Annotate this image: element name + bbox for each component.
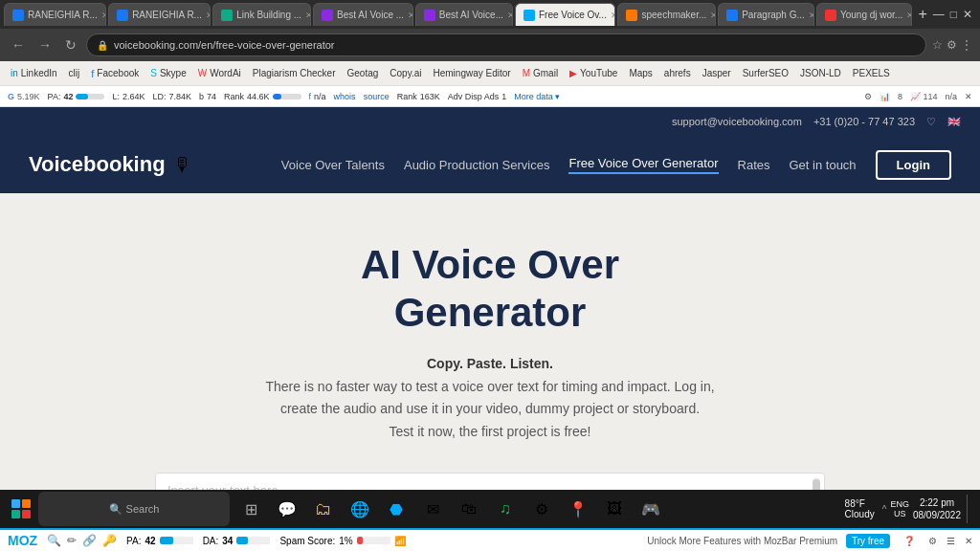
seo-b: b 74 <box>199 92 216 101</box>
nav-get-in-touch[interactable]: Get in touch <box>790 158 857 172</box>
moz-icon-1[interactable]: 🔍 <box>47 534 61 547</box>
menu-icon[interactable]: ⋮ <box>961 38 972 52</box>
bookmark-jsonld[interactable]: JSON-LD <box>795 66 846 80</box>
tab-close-2[interactable]: ✕ <box>206 11 211 20</box>
nav-voice-over-talents[interactable]: Voice Over Talents <box>281 158 385 172</box>
nav-free-generator[interactable]: Free Voice Over Generator <box>568 156 718 174</box>
moz-close-icon[interactable]: ✕ <box>965 536 972 546</box>
extensions-icon[interactable]: ⚙ <box>947 38 957 52</box>
moz-icon-4[interactable]: 🔑 <box>102 534 117 547</box>
bookmark-linkedin[interactable]: in LinkedIn <box>6 66 62 80</box>
back-button[interactable]: ← <box>8 35 29 55</box>
moz-icon-3[interactable]: 🔗 <box>82 534 97 547</box>
seo-bar-close[interactable]: ✕ <box>965 92 972 101</box>
tab-close-5[interactable]: ✕ <box>507 11 513 20</box>
bookmark-copyai[interactable]: Copy.ai <box>385 66 426 80</box>
taskbar-photos[interactable]: 🖼 <box>597 492 632 526</box>
seo-source[interactable]: source <box>364 92 390 101</box>
moz-settings-icon[interactable]: ⚙ <box>928 536 937 546</box>
bookmark-ahrefs[interactable]: ahrefs <box>659 66 696 80</box>
moz-da-value: 34 <box>222 536 233 546</box>
heart-icon: ♡ <box>926 116 936 128</box>
taskbar-chat-icon[interactable]: 💬 <box>270 492 304 526</box>
taskbar-spotify[interactable]: ♫ <box>488 492 523 526</box>
tab-9[interactable]: Young dj wor... ✕ <box>816 3 912 26</box>
tab-close-8[interactable]: ✕ <box>809 11 814 20</box>
facebook-icon: f <box>91 68 94 79</box>
show-desktop-button[interactable] <box>967 495 970 523</box>
bookmark-gmail[interactable]: M Gmail <box>518 66 563 80</box>
taskbar-sys-icons: 88°F Cloudy ^ ENG US <box>845 498 909 519</box>
start-button[interactable] <box>4 492 38 526</box>
tab-close-7[interactable]: ✕ <box>710 11 716 20</box>
taskbar-edge[interactable]: ⬣ <box>379 492 413 526</box>
moz-icon-2[interactable]: ✏ <box>67 534 77 547</box>
tab-close-1[interactable]: ✕ <box>101 11 106 20</box>
seo-more[interactable]: More data ▾ <box>514 92 560 101</box>
bookmark-icon[interactable]: ☆ <box>932 38 943 52</box>
bookmark-youtube[interactable]: ▶ YouTube <box>565 66 622 80</box>
moz-help-icon[interactable]: ❓ <box>903 536 915 546</box>
bookmark-jasper[interactable]: Jasper <box>698 66 736 80</box>
new-tab-button[interactable]: + <box>914 6 930 23</box>
bookmark-hemingway[interactable]: Hemingway Editor <box>428 66 515 80</box>
moz-menu-icon[interactable]: ☰ <box>947 536 955 546</box>
tab-8[interactable]: Paragraph G... ✕ <box>718 3 814 26</box>
taskbar-maps[interactable]: 📍 <box>561 492 595 526</box>
bookmark-geotag[interactable]: Geotag <box>343 66 384 80</box>
moz-try-free-button[interactable]: Try free <box>846 534 890 548</box>
login-button[interactable]: Login <box>876 150 951 180</box>
tab-close-4[interactable]: ✕ <box>408 11 413 20</box>
tab-3[interactable]: Link Building ... ✕ <box>212 3 311 26</box>
taskbar-search[interactable]: 🔍 Search <box>38 492 230 526</box>
browser-action-icons: ☆ ⚙ ⋮ <box>932 38 972 52</box>
taskbar-settings[interactable]: ⚙ <box>524 492 559 526</box>
tab-1[interactable]: RANEIGHIA R... ✕ <box>4 3 106 26</box>
chevron-icon[interactable]: ^ <box>882 504 887 515</box>
bookmark-surferseo[interactable]: SurferSEO <box>738 66 793 80</box>
taskbar-explorer[interactable]: 🗂 <box>306 492 341 526</box>
tab-bar: RANEIGHIA R... ✕ RANEIGHIA R... ✕ Link B… <box>0 0 980 29</box>
bookmark-plagiarism[interactable]: Plagiarism Checker <box>248 66 341 80</box>
logo[interactable]: Voicebooking 🎙 <box>29 152 192 177</box>
taskbar-apps: ⊞ 💬 🗂 🌐 ⬣ ✉ 🛍 ♫ ⚙ 📍 🖼 🎮 <box>234 492 668 526</box>
reload-button[interactable]: ↻ <box>61 35 80 55</box>
bookmark-skype[interactable]: S Skype <box>145 66 190 80</box>
seo-ld: L: 2.64K <box>112 92 145 101</box>
taskbar-mail[interactable]: ✉ <box>415 492 450 526</box>
minimize-button[interactable]: — <box>933 8 945 21</box>
seo-whois[interactable]: whois <box>334 92 356 101</box>
taskbar-clock[interactable]: 2:22 pm 08/09/2022 <box>913 496 961 521</box>
tab-close-3[interactable]: ✕ <box>305 11 311 20</box>
bookmark-facebook[interactable]: f Facebook <box>86 66 144 81</box>
tab-7[interactable]: speechmaker... ✕ <box>617 3 716 26</box>
tab-2[interactable]: RANEIGHIA R... ✕ <box>108 3 211 26</box>
support-email[interactable]: support@voicebooking.com <box>672 116 802 127</box>
moz-da-label: DA: <box>203 536 219 546</box>
nav-rates[interactable]: Rates <box>738 158 770 172</box>
nav-audio-production[interactable]: Audio Production Services <box>404 158 549 172</box>
bookmark-clij[interactable]: clij <box>64 66 85 80</box>
taskbar-xbox[interactable]: 🎮 <box>634 492 668 526</box>
tab-6[interactable]: Free Voice Ov... ✕ <box>515 3 616 26</box>
hero-subtitle: Copy. Paste. Listen. There is no faster … <box>251 353 729 444</box>
seo-pa: PA: 42 <box>48 92 105 101</box>
bookmark-maps[interactable]: Maps <box>624 66 657 80</box>
url-bar[interactable]: 🔒 voicebooking.com/en/free-voice-over-ge… <box>86 33 926 56</box>
maximize-button[interactable]: □ <box>950 8 957 21</box>
moz-icon-group: 🔍 ✏ 🔗 🔑 <box>47 534 117 547</box>
seo-bar-icons: ⚙ 📊 8 📈 114 n/a ✕ <box>864 92 972 101</box>
tab-5[interactable]: Best AI Voice... ✕ <box>415 3 513 26</box>
taskbar-chrome[interactable]: 🌐 <box>343 492 377 526</box>
bookmark-pexels[interactable]: PEXELS <box>848 66 895 80</box>
taskbar-store[interactable]: 🛍 <box>452 492 486 526</box>
tab-4[interactable]: Best AI Voice ... ✕ <box>313 3 413 26</box>
close-button[interactable]: ✕ <box>963 8 972 21</box>
bookmark-wordai[interactable]: W WordAi <box>193 66 246 80</box>
forward-button[interactable]: → <box>34 35 56 55</box>
taskbar-widget-icon[interactable]: ⊞ <box>234 492 268 526</box>
tab-close-9[interactable]: ✕ <box>906 11 912 20</box>
moz-pa-label: PA: <box>126 536 141 546</box>
tab-close-6[interactable]: ✕ <box>611 11 616 20</box>
linkedin-icon: in <box>11 68 18 78</box>
